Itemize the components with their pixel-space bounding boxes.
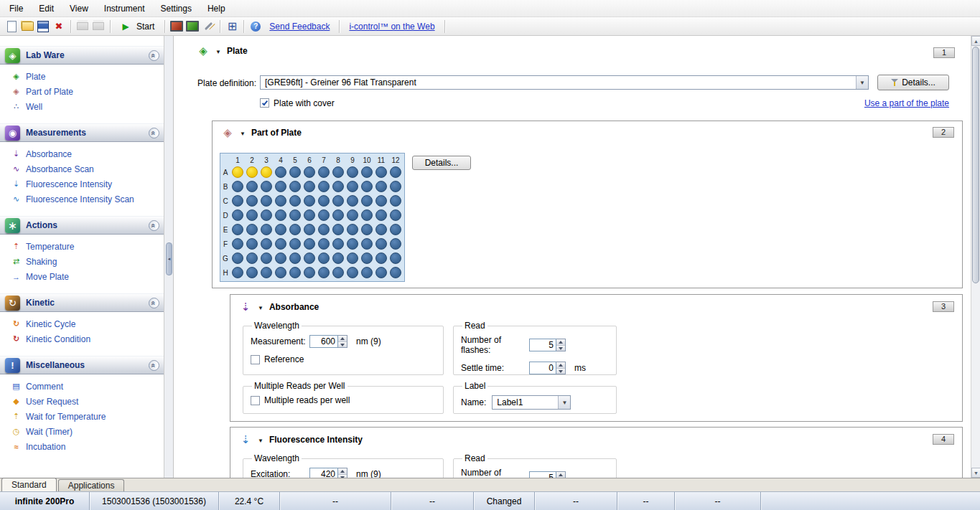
- measurement-spinner[interactable]: [309, 335, 347, 348]
- well-H6[interactable]: [304, 267, 315, 278]
- collapse-arrow-icon[interactable]: [258, 302, 263, 312]
- well-D12[interactable]: [390, 209, 401, 221]
- scrollbar-thumb[interactable]: [972, 47, 979, 283]
- sidebar-item-shaking[interactable]: Shaking: [11, 254, 164, 269]
- excitation-spinner[interactable]: [309, 468, 347, 478]
- menu-item-instrument[interactable]: Instrument: [96, 1, 153, 16]
- sidebar-item-comment[interactable]: Comment: [11, 379, 164, 394]
- well-A3[interactable]: [261, 166, 272, 178]
- well-D8[interactable]: [332, 209, 344, 221]
- well-F12[interactable]: [390, 238, 401, 250]
- use-part-of-plate-link[interactable]: Use a part of the plate: [864, 98, 949, 108]
- part-details-button[interactable]: Details...: [412, 156, 471, 170]
- well-E11[interactable]: [375, 224, 387, 235]
- instrument-tools-icon[interactable]: [201, 19, 215, 34]
- sidebar-item-wait-for-temperature[interactable]: Wait for Temperature: [11, 409, 164, 424]
- well-F7[interactable]: [318, 238, 330, 250]
- well-B5[interactable]: [289, 181, 301, 192]
- plate-definition-dropdown[interactable]: [GRE96ft] - Greiner 96 Flat Transparent …: [260, 75, 869, 90]
- sidebar-item-incubation[interactable]: Incubation: [11, 439, 164, 454]
- well-H5[interactable]: [289, 267, 301, 278]
- delete-icon[interactable]: [52, 19, 66, 34]
- sidebar-item-kinetic-cycle[interactable]: Kinetic Cycle: [11, 316, 164, 331]
- flashes-spinner[interactable]: [529, 339, 566, 351]
- well-G10[interactable]: [361, 252, 373, 264]
- well-F2[interactable]: [246, 238, 258, 250]
- well-G5[interactable]: [289, 252, 301, 264]
- well-E1[interactable]: [232, 224, 243, 235]
- sidebar-item-kinetic-condition[interactable]: Kinetic Condition: [11, 331, 164, 346]
- sidebar-item-plate[interactable]: Plate: [11, 69, 164, 84]
- sidebar-item-temperature[interactable]: Temperature: [11, 239, 164, 254]
- well-B3[interactable]: [261, 181, 272, 192]
- well-E10[interactable]: [361, 224, 373, 235]
- instrument-monitor-icon[interactable]: [169, 19, 184, 34]
- sidebar-item-absorbance[interactable]: Absorbance: [11, 146, 164, 161]
- sidebar-item-fluorescence-intensity-scan[interactable]: Fluorescence Intensity Scan: [11, 192, 164, 207]
- well-B4[interactable]: [275, 181, 286, 192]
- well-D1[interactable]: [232, 209, 243, 221]
- well-B8[interactable]: [332, 181, 344, 192]
- tab-standard[interactable]: Standard: [1, 478, 57, 491]
- well-E9[interactable]: [347, 224, 358, 235]
- settle-time-input[interactable]: [529, 362, 556, 374]
- new-document-icon[interactable]: [4, 19, 19, 34]
- well-F9[interactable]: [347, 238, 358, 250]
- menu-item-view[interactable]: View: [62, 1, 96, 16]
- well-H9[interactable]: [347, 267, 358, 278]
- spinner-up-icon[interactable]: [556, 472, 565, 478]
- well-E2[interactable]: [246, 224, 258, 235]
- well-A5[interactable]: [289, 166, 301, 178]
- well-B9[interactable]: [347, 181, 358, 192]
- scrollbar-up-icon[interactable]: ▲: [971, 36, 980, 46]
- well-E7[interactable]: [318, 224, 330, 235]
- absorbance-panel-header[interactable]: Absorbance: [239, 301, 319, 313]
- spinner-down-icon[interactable]: [338, 342, 347, 348]
- well-F6[interactable]: [304, 238, 315, 250]
- part-of-plate-panel-header[interactable]: Part of Plate: [221, 126, 302, 139]
- well-C5[interactable]: [289, 195, 301, 207]
- save-icon[interactable]: [36, 19, 50, 34]
- spinner-up-icon[interactable]: [556, 362, 565, 369]
- plate-details-button[interactable]: Details...: [877, 75, 949, 90]
- well-C2[interactable]: [246, 195, 258, 207]
- well-H7[interactable]: [318, 267, 330, 278]
- collapse-chevron-icon[interactable]: «: [149, 220, 159, 231]
- plate-panel-header[interactable]: Plate: [197, 44, 248, 57]
- help-icon[interactable]: [248, 19, 263, 34]
- well-H11[interactable]: [375, 267, 387, 278]
- menu-item-file[interactable]: File: [1, 1, 31, 16]
- well-E12[interactable]: [390, 224, 401, 235]
- well-H1[interactable]: [232, 267, 243, 278]
- well-G3[interactable]: [261, 252, 272, 264]
- well-H10[interactable]: [361, 267, 373, 278]
- well-B2[interactable]: [246, 181, 258, 192]
- sidebar-item-wait-timer[interactable]: Wait (Timer): [11, 424, 164, 439]
- well-G6[interactable]: [304, 252, 315, 264]
- well-D3[interactable]: [261, 209, 272, 221]
- well-A6[interactable]: [304, 166, 315, 178]
- multiple-reads-checkbox[interactable]: [251, 396, 260, 405]
- section-header-miscellaneous[interactable]: Miscellaneous«: [0, 356, 164, 374]
- menu-item-help[interactable]: Help: [200, 1, 233, 16]
- splitter-collapse-handle[interactable]: ◂: [166, 242, 172, 275]
- flashes-spinner[interactable]: [529, 471, 566, 478]
- flashes-input[interactable]: [529, 339, 556, 351]
- excitation-input[interactable]: [309, 468, 338, 478]
- well-H12[interactable]: [390, 267, 401, 278]
- well-H4[interactable]: [275, 267, 286, 278]
- well-A7[interactable]: [318, 166, 330, 178]
- well-G11[interactable]: [375, 252, 387, 264]
- well-F5[interactable]: [289, 238, 301, 250]
- well-H8[interactable]: [332, 267, 344, 278]
- sidebar-item-absorbance-scan[interactable]: Absorbance Scan: [11, 161, 164, 176]
- fluorescence-panel-header[interactable]: Fluorescence Intensity: [239, 433, 363, 446]
- sidebar-item-user-request[interactable]: User Request: [11, 394, 164, 409]
- open-folder-icon[interactable]: [20, 19, 34, 34]
- well-C8[interactable]: [332, 195, 344, 207]
- sidebar-item-well[interactable]: Well: [11, 99, 164, 114]
- reference-checkbox[interactable]: [251, 355, 260, 364]
- collapse-arrow-icon[interactable]: [215, 46, 221, 56]
- well-E5[interactable]: [289, 224, 301, 235]
- well-C9[interactable]: [347, 195, 358, 207]
